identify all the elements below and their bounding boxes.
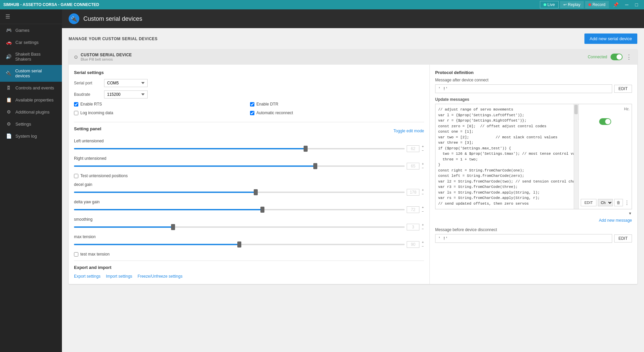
enable-dtr-row: Enable DTR bbox=[250, 102, 424, 107]
slider-right-untensioned: Right untensioned 65 + − bbox=[74, 156, 424, 170]
code-editor[interactable]: // adjust range of servo movements var l… bbox=[435, 104, 574, 209]
manage-header: MANAGE YOUR CUSTOM SERIAL DEVICES Add ne… bbox=[69, 33, 637, 44]
device-more-button[interactable]: ⋮ bbox=[626, 53, 632, 61]
collapse-button[interactable]: ⊙ bbox=[74, 54, 78, 60]
left-untensioned-increment[interactable]: + bbox=[421, 145, 424, 149]
baudrate-select[interactable]: 115200 bbox=[104, 90, 148, 98]
smoothing-track[interactable] bbox=[74, 226, 405, 228]
plugins-icon: ⚙ bbox=[5, 109, 12, 115]
message-controls: Hz. EDIT Ch 🗑 ⋮ bbox=[578, 104, 632, 209]
setting-panel-section: Setting panel Toggle edit mode Left unte… bbox=[74, 122, 424, 257]
sidebar-item-shakelt[interactable]: 🔊 Shakelt Bass Shakers bbox=[0, 48, 62, 65]
log-icon: 📄 bbox=[5, 133, 12, 139]
auto-reconnect-checkbox[interactable] bbox=[250, 111, 254, 115]
delta-yaw-increment[interactable]: + bbox=[421, 206, 424, 210]
update-messages-container: // adjust range of servo movements var l… bbox=[435, 104, 632, 209]
export-section: Export and import Export settings Import… bbox=[74, 261, 424, 279]
device-header-right: Connected ⋮ bbox=[588, 53, 632, 61]
test-max-tension-row: test max tension bbox=[74, 252, 424, 257]
test-untensioned-row: Test untensioned positions bbox=[74, 173, 424, 178]
sidebar-item-car-settings[interactable]: 🚗 Car settings bbox=[0, 36, 62, 48]
live-dot bbox=[544, 3, 546, 6]
decel-gain-decrement[interactable]: − bbox=[421, 192, 424, 196]
setting-panel-title: Setting panel bbox=[74, 126, 101, 131]
delta-yaw-track[interactable] bbox=[74, 209, 405, 210]
baudrate-label: Baudrate bbox=[74, 92, 101, 97]
smoothing-decrement[interactable]: − bbox=[421, 227, 424, 231]
sidebar-item-available-props[interactable]: 📋 Available properties bbox=[0, 94, 62, 106]
page-header: 🔌 Custom serial devices bbox=[62, 9, 644, 28]
msg-before-disconnect-input[interactable] bbox=[435, 234, 612, 243]
page-header-icon: 🔌 bbox=[69, 13, 79, 24]
serial-port-label: Serial port bbox=[74, 81, 101, 85]
code-scrollbar[interactable] bbox=[574, 104, 578, 209]
device-card: ⊙ CUSTOM SERIAL DEVICE Blue Pill belt se… bbox=[69, 49, 637, 284]
decel-gain-increment[interactable]: + bbox=[421, 188, 424, 192]
replay-icon: ↩ bbox=[563, 2, 567, 7]
delta-yaw-decrement[interactable]: − bbox=[421, 210, 424, 214]
test-max-tension-checkbox[interactable] bbox=[74, 252, 78, 257]
decel-gain-track[interactable] bbox=[74, 192, 405, 193]
update-messages-title: Update messages bbox=[435, 97, 632, 102]
serial-port-select[interactable]: COM5 bbox=[104, 79, 148, 87]
sidebar-item-custom-serial[interactable]: 🔌 Custom serial devices bbox=[0, 65, 62, 82]
add-new-serial-device-button[interactable]: Add new serial device bbox=[584, 33, 637, 44]
enable-rts-checkbox[interactable] bbox=[74, 102, 78, 107]
right-untensioned-track[interactable] bbox=[74, 165, 405, 167]
right-untensioned-increment[interactable]: + bbox=[421, 162, 424, 166]
slider-decel-gain: decel gain 178 + − bbox=[74, 182, 424, 196]
device-card-header: ⊙ CUSTOM SERIAL DEVICE Blue Pill belt se… bbox=[69, 49, 637, 65]
max-tension-decrement[interactable]: − bbox=[421, 244, 424, 249]
device-name: CUSTOM SERIAL DEVICE bbox=[81, 53, 132, 57]
message-edit-button[interactable]: EDIT bbox=[581, 199, 596, 206]
msg-after-connect-input[interactable] bbox=[435, 84, 612, 93]
page-title: Custom serial devices bbox=[83, 15, 142, 22]
msg-after-connect-row: EDIT bbox=[435, 84, 632, 93]
bass-shaker-icon: 🔊 bbox=[5, 54, 12, 59]
sidebar-item-settings[interactable]: ⚙ Settings bbox=[0, 118, 62, 130]
slider-left-untensioned: Left untensioned 62 + − bbox=[74, 139, 424, 153]
freeze-settings-link[interactable]: Freeze/Unfreeze settings bbox=[138, 274, 182, 279]
replay-button[interactable]: ↩ Replay bbox=[560, 1, 584, 8]
maximize-button[interactable]: □ bbox=[633, 1, 641, 8]
titlebar: SIMHUB - ASSETTO CORSA - GAME CONNECTED … bbox=[0, 0, 644, 9]
setting-panel-header: Setting panel Toggle edit mode bbox=[74, 126, 424, 135]
hamburger-icon[interactable]: ☰ bbox=[5, 13, 10, 20]
max-tension-track[interactable] bbox=[74, 244, 405, 245]
pin-button[interactable]: 📌 bbox=[610, 1, 621, 8]
toggle-edit-mode-button[interactable]: Toggle edit mode bbox=[394, 129, 424, 133]
minimize-button[interactable]: ─ bbox=[623, 1, 631, 8]
smoothing-increment[interactable]: + bbox=[421, 223, 424, 227]
left-untensioned-track[interactable] bbox=[74, 148, 405, 149]
device-toggle[interactable] bbox=[611, 54, 623, 60]
left-untensioned-value: 62 bbox=[407, 145, 419, 152]
sidebar-item-controls-events[interactable]: 🎛 Controls and events bbox=[0, 82, 62, 94]
sidebar-item-additional-plugins[interactable]: ⚙ Additional plugins bbox=[0, 106, 62, 118]
right-untensioned-decrement[interactable]: − bbox=[421, 166, 424, 170]
export-settings-link[interactable]: Export settings bbox=[74, 274, 100, 279]
message-toggle[interactable] bbox=[599, 118, 611, 125]
message-delete-button[interactable]: 🗑 bbox=[614, 199, 623, 206]
test-untensioned-checkbox[interactable] bbox=[74, 174, 78, 178]
msg-after-connect-edit-button[interactable]: EDIT bbox=[614, 85, 632, 93]
message-more-button[interactable]: ⋮ bbox=[624, 199, 630, 206]
device-subtitle: Blue Pill belt servos bbox=[81, 57, 132, 61]
record-button[interactable]: Record bbox=[585, 1, 609, 8]
left-untensioned-decrement[interactable]: − bbox=[421, 149, 424, 153]
content-area: MANAGE YOUR CUSTOM SERIAL DEVICES Add ne… bbox=[62, 28, 644, 352]
enable-dtr-checkbox[interactable] bbox=[250, 102, 254, 107]
add-new-message-link[interactable]: Add new message bbox=[435, 217, 632, 224]
hz-label: Hz. bbox=[624, 107, 630, 111]
protocol-panel: Protocol definition Message after device… bbox=[430, 65, 637, 284]
sidebar-item-system-log[interactable]: 📄 System log bbox=[0, 130, 62, 142]
export-links: Export settings Import settings Freeze/U… bbox=[74, 274, 424, 279]
log-incoming-checkbox[interactable] bbox=[74, 111, 78, 115]
import-settings-link[interactable]: Import settings bbox=[106, 274, 132, 279]
live-button[interactable]: Live bbox=[540, 1, 559, 8]
max-tension-increment[interactable]: + bbox=[421, 240, 424, 244]
message-ch-select[interactable]: Ch bbox=[598, 199, 613, 206]
checkboxes-grid: Enable RTS Enable DTR Log incoming data bbox=[74, 102, 424, 117]
sidebar-item-games[interactable]: 🎮 Games bbox=[0, 24, 62, 36]
titlebar-right: Live ↩ Replay Record 📌 ─ □ bbox=[540, 1, 641, 8]
msg-before-disconnect-edit-button[interactable]: EDIT bbox=[614, 234, 632, 242]
